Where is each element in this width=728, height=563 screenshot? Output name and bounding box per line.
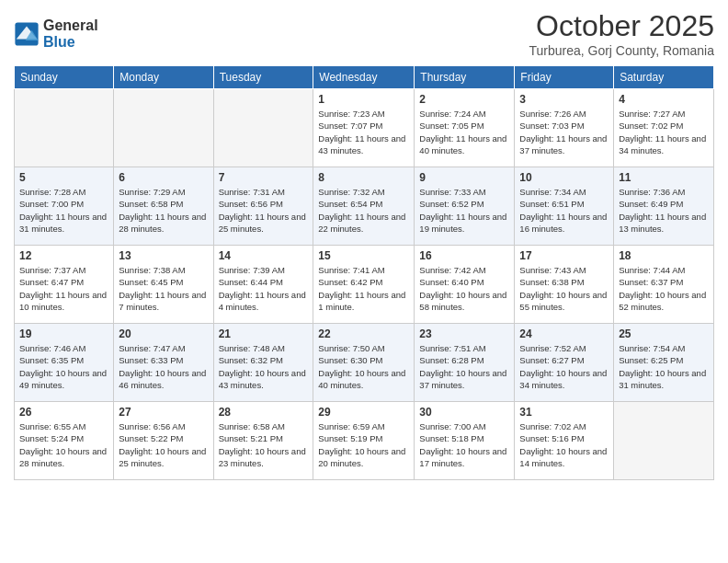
- day-number: 3: [519, 93, 609, 106]
- calendar-cell: 28Sunrise: 6:58 AM Sunset: 5:21 PM Dayli…: [213, 402, 313, 480]
- day-info: Sunrise: 7:52 AM Sunset: 6:27 PM Dayligh…: [519, 342, 609, 391]
- calendar-cell: [213, 89, 313, 167]
- day-number: 13: [119, 249, 208, 262]
- title-section: October 2025 Turburea, Gorj County, Roma…: [529, 9, 714, 58]
- weekday-header-friday: Friday: [515, 66, 614, 89]
- calendar-cell: 5Sunrise: 7:28 AM Sunset: 7:00 PM Daylig…: [15, 167, 114, 246]
- day-number: 29: [318, 406, 409, 419]
- day-number: 10: [519, 171, 609, 184]
- day-info: Sunrise: 7:51 AM Sunset: 6:28 PM Dayligh…: [419, 342, 509, 391]
- day-info: Sunrise: 7:37 AM Sunset: 6:47 PM Dayligh…: [19, 264, 108, 313]
- weekday-header-saturday: Saturday: [614, 66, 714, 89]
- calendar-cell: 9Sunrise: 7:33 AM Sunset: 6:52 PM Daylig…: [415, 167, 515, 246]
- day-info: Sunrise: 6:59 AM Sunset: 5:19 PM Dayligh…: [318, 420, 409, 469]
- day-number: 8: [318, 171, 409, 184]
- day-info: Sunrise: 7:44 AM Sunset: 6:37 PM Dayligh…: [619, 264, 709, 313]
- calendar-cell: 24Sunrise: 7:52 AM Sunset: 6:27 PM Dayli…: [515, 324, 614, 402]
- calendar-cell: 15Sunrise: 7:41 AM Sunset: 6:42 PM Dayli…: [313, 246, 415, 324]
- calendar-cell: 20Sunrise: 7:47 AM Sunset: 6:33 PM Dayli…: [114, 324, 213, 402]
- day-number: 2: [419, 93, 509, 106]
- calendar-cell: 3Sunrise: 7:26 AM Sunset: 7:03 PM Daylig…: [515, 89, 614, 167]
- calendar-cell: 13Sunrise: 7:38 AM Sunset: 6:45 PM Dayli…: [114, 246, 213, 324]
- weekday-header-sunday: Sunday: [15, 66, 114, 89]
- day-info: Sunrise: 7:47 AM Sunset: 6:33 PM Dayligh…: [119, 342, 208, 391]
- day-number: 14: [219, 249, 309, 262]
- day-number: 4: [619, 93, 709, 106]
- day-info: Sunrise: 7:43 AM Sunset: 6:38 PM Dayligh…: [519, 264, 609, 313]
- day-number: 21: [219, 327, 309, 340]
- calendar-cell: 25Sunrise: 7:54 AM Sunset: 6:25 PM Dayli…: [614, 324, 714, 402]
- calendar-cell: 10Sunrise: 7:34 AM Sunset: 6:51 PM Dayli…: [515, 167, 614, 246]
- location: Turburea, Gorj County, Romania: [529, 43, 714, 58]
- day-number: 16: [419, 249, 509, 262]
- day-number: 27: [119, 406, 208, 419]
- day-info: Sunrise: 7:31 AM Sunset: 6:56 PM Dayligh…: [219, 186, 309, 235]
- day-number: 28: [219, 406, 309, 419]
- calendar-cell: 6Sunrise: 7:29 AM Sunset: 6:58 PM Daylig…: [114, 167, 213, 246]
- day-info: Sunrise: 7:38 AM Sunset: 6:45 PM Dayligh…: [119, 264, 208, 313]
- day-info: Sunrise: 7:23 AM Sunset: 7:07 PM Dayligh…: [318, 108, 409, 156]
- calendar-cell: 23Sunrise: 7:51 AM Sunset: 6:28 PM Dayli…: [415, 324, 515, 402]
- calendar-cell: 31Sunrise: 7:02 AM Sunset: 5:16 PM Dayli…: [515, 402, 614, 480]
- day-info: Sunrise: 7:36 AM Sunset: 6:49 PM Dayligh…: [619, 186, 709, 235]
- day-info: Sunrise: 7:32 AM Sunset: 6:54 PM Dayligh…: [318, 186, 409, 235]
- logo: General Blue: [14, 17, 98, 50]
- day-number: 24: [519, 327, 609, 340]
- day-number: 31: [519, 406, 609, 419]
- day-number: 9: [419, 171, 509, 184]
- day-info: Sunrise: 7:39 AM Sunset: 6:44 PM Dayligh…: [219, 264, 309, 313]
- day-info: Sunrise: 7:24 AM Sunset: 7:05 PM Dayligh…: [419, 108, 509, 156]
- weekday-header-tuesday: Tuesday: [213, 66, 313, 89]
- weekday-header-wednesday: Wednesday: [313, 66, 415, 89]
- calendar-cell: 16Sunrise: 7:42 AM Sunset: 6:40 PM Dayli…: [415, 246, 515, 324]
- day-number: 17: [519, 249, 609, 262]
- day-info: Sunrise: 7:50 AM Sunset: 6:30 PM Dayligh…: [318, 342, 409, 391]
- day-number: 1: [318, 93, 409, 106]
- day-number: 15: [318, 249, 409, 262]
- month-title: October 2025: [529, 9, 714, 43]
- calendar-cell: 29Sunrise: 6:59 AM Sunset: 5:19 PM Dayli…: [313, 402, 415, 480]
- logo-blue: Blue: [43, 34, 98, 51]
- day-number: 19: [19, 327, 108, 340]
- calendar-cell: 4Sunrise: 7:27 AM Sunset: 7:02 PM Daylig…: [614, 89, 714, 167]
- day-number: 5: [19, 171, 108, 184]
- calendar-cell: [614, 402, 714, 480]
- day-number: 6: [119, 171, 208, 184]
- day-info: Sunrise: 7:34 AM Sunset: 6:51 PM Dayligh…: [519, 186, 609, 235]
- calendar-cell: 2Sunrise: 7:24 AM Sunset: 7:05 PM Daylig…: [415, 89, 515, 167]
- calendar-cell: 7Sunrise: 7:31 AM Sunset: 6:56 PM Daylig…: [213, 167, 313, 246]
- day-info: Sunrise: 6:55 AM Sunset: 5:24 PM Dayligh…: [19, 420, 108, 469]
- day-number: 22: [318, 327, 409, 340]
- day-number: 30: [419, 406, 509, 419]
- day-number: 25: [619, 327, 709, 340]
- day-info: Sunrise: 7:28 AM Sunset: 7:00 PM Dayligh…: [19, 186, 108, 235]
- calendar-cell: 30Sunrise: 7:00 AM Sunset: 5:18 PM Dayli…: [415, 402, 515, 480]
- day-info: Sunrise: 7:54 AM Sunset: 6:25 PM Dayligh…: [619, 342, 709, 391]
- day-info: Sunrise: 7:42 AM Sunset: 6:40 PM Dayligh…: [419, 264, 509, 313]
- calendar-cell: 17Sunrise: 7:43 AM Sunset: 6:38 PM Dayli…: [515, 246, 614, 324]
- day-number: 12: [19, 249, 108, 262]
- day-number: 7: [219, 171, 309, 184]
- calendar-cell: 27Sunrise: 6:56 AM Sunset: 5:22 PM Dayli…: [114, 402, 213, 480]
- calendar-cell: 1Sunrise: 7:23 AM Sunset: 7:07 PM Daylig…: [313, 89, 415, 167]
- calendar-cell: 14Sunrise: 7:39 AM Sunset: 6:44 PM Dayli…: [213, 246, 313, 324]
- calendar-cell: 19Sunrise: 7:46 AM Sunset: 6:35 PM Dayli…: [15, 324, 114, 402]
- calendar-cell: [15, 89, 114, 167]
- day-info: Sunrise: 7:29 AM Sunset: 6:58 PM Dayligh…: [119, 186, 208, 235]
- day-number: 26: [19, 406, 108, 419]
- day-info: Sunrise: 7:02 AM Sunset: 5:16 PM Dayligh…: [519, 420, 609, 469]
- logo-general: General: [43, 17, 98, 34]
- calendar-cell: 11Sunrise: 7:36 AM Sunset: 6:49 PM Dayli…: [614, 167, 714, 246]
- calendar-cell: 26Sunrise: 6:55 AM Sunset: 5:24 PM Dayli…: [15, 402, 114, 480]
- calendar: SundayMondayTuesdayWednesdayThursdayFrid…: [14, 65, 714, 480]
- day-number: 11: [619, 171, 709, 184]
- day-number: 20: [119, 327, 208, 340]
- calendar-cell: 8Sunrise: 7:32 AM Sunset: 6:54 PM Daylig…: [313, 167, 415, 246]
- calendar-cell: 21Sunrise: 7:48 AM Sunset: 6:32 PM Dayli…: [213, 324, 313, 402]
- day-number: 23: [419, 327, 509, 340]
- day-info: Sunrise: 7:46 AM Sunset: 6:35 PM Dayligh…: [19, 342, 108, 391]
- calendar-cell: 12Sunrise: 7:37 AM Sunset: 6:47 PM Dayli…: [15, 246, 114, 324]
- calendar-cell: 22Sunrise: 7:50 AM Sunset: 6:30 PM Dayli…: [313, 324, 415, 402]
- day-info: Sunrise: 7:27 AM Sunset: 7:02 PM Dayligh…: [619, 108, 709, 156]
- weekday-header-thursday: Thursday: [415, 66, 515, 89]
